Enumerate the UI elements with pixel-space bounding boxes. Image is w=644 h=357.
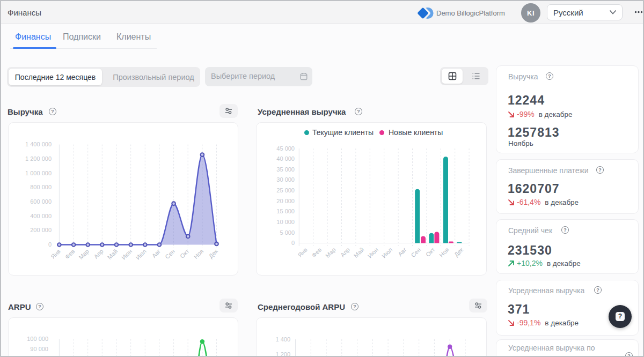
svg-text:Июн: Июн (367, 246, 379, 259)
svg-text:Май: Май (353, 246, 365, 259)
svg-text:10 000: 10 000 (276, 219, 295, 225)
svg-text:Авг: Авг (151, 248, 162, 259)
svg-text:5 000: 5 000 (280, 229, 295, 236)
svg-text:400 000: 400 000 (30, 213, 52, 219)
svg-text:1 000 000: 1 000 000 (25, 170, 52, 176)
svg-text:Янв: Янв (296, 246, 309, 258)
svg-text:35 000: 35 000 (276, 166, 295, 173)
svg-text:1 400: 1 400 (275, 336, 290, 343)
svg-text:800 000: 800 000 (30, 184, 52, 190)
svg-text:Мар: Мар (324, 246, 337, 259)
svg-text:15 000: 15 000 (276, 208, 295, 214)
svg-text:600 000: 600 000 (30, 198, 52, 205)
svg-text:Дек: Дек (453, 246, 465, 258)
svg-text:Июл: Июл (380, 246, 393, 259)
svg-text:40 000: 40 000 (276, 155, 295, 162)
svg-text:100 000: 100 000 (27, 336, 48, 342)
svg-text:0: 0 (48, 241, 52, 248)
svg-text:Май: Май (106, 248, 119, 261)
svg-text:Ноя: Ноя (193, 248, 205, 260)
svg-text:45 000: 45 000 (276, 145, 295, 152)
svg-text:1 200 000: 1 200 000 (25, 155, 52, 162)
svg-text:Ноя: Ноя (438, 246, 450, 258)
svg-text:Фев: Фев (64, 248, 76, 260)
svg-text:30 000: 30 000 (276, 176, 295, 183)
svg-text:Апр: Апр (339, 246, 351, 258)
svg-text:Апр: Апр (92, 248, 104, 259)
svg-text:20 000: 20 000 (276, 198, 295, 204)
svg-text:Сен: Сен (409, 246, 422, 258)
svg-text:Авг: Авг (397, 246, 408, 257)
svg-text:Дек: Дек (207, 248, 219, 259)
svg-text:Янв: Янв (49, 248, 62, 260)
svg-text:1 200: 1 200 (275, 351, 290, 357)
svg-text:200 000: 200 000 (30, 227, 52, 233)
svg-text:Мар: Мар (77, 248, 90, 261)
svg-text:Июл: Июл (134, 248, 147, 261)
svg-text:Окт: Окт (179, 248, 191, 259)
svg-text:25 000: 25 000 (276, 187, 295, 194)
svg-text:1 400 000: 1 400 000 (25, 141, 52, 147)
svg-text:Сен: Сен (164, 248, 176, 260)
svg-text:0: 0 (291, 240, 295, 246)
svg-text:Июн: Июн (120, 248, 133, 261)
svg-text:Окт: Окт (425, 246, 436, 258)
svg-text:90 000: 90 000 (30, 346, 48, 352)
svg-text:Фев: Фев (310, 246, 323, 258)
